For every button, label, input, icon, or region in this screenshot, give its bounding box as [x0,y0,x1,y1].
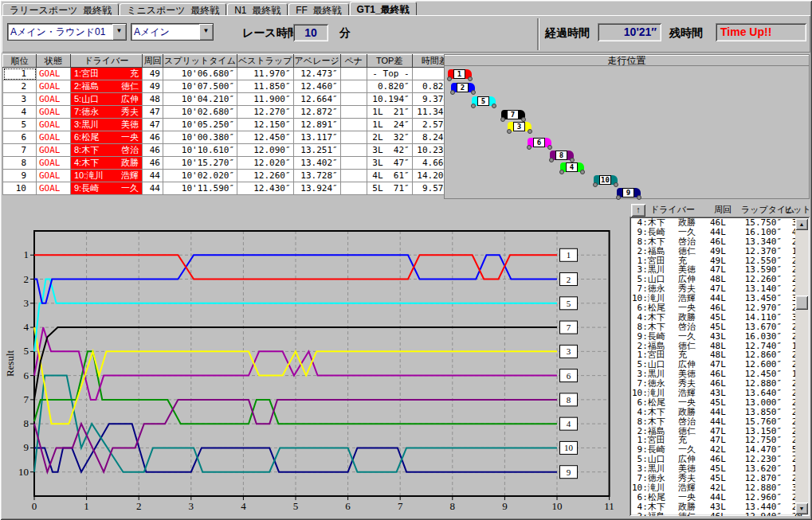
track-position-title: 走行位置 [445,55,809,66]
lap-row[interactable]: 6:松尾一央44L12.960″27 [632,493,810,502]
cell-position: 10 [3,182,37,195]
elapsed-field: 10'21″ [598,23,661,41]
cell-position: 2 [3,80,37,93]
remaining-field: Time Up!! [716,23,806,41]
cell-driver: 10:滝川浩輝 [71,170,143,182]
svg-text:7: 7 [398,500,403,512]
scroll-down-icon[interactable]: ▼ [795,502,808,514]
cell-best-lap: 12.430″ [237,182,294,195]
lap-row[interactable]: 9:長崎一久43L16.030″23 [632,332,810,342]
cell-driver: 5:山口広伸 [71,93,143,106]
cell-penalty [340,80,367,93]
svg-text:8: 8 [24,417,29,429]
cell-average: 12.460″ [293,80,340,93]
chevron-down-icon[interactable]: ▼ [199,24,213,40]
chevron-down-icon[interactable]: ▼ [112,24,126,40]
results-table: 順位状態ドライバー周回スプリットタイムベストラップアベレージペナTOP差時間差1… [2,54,457,195]
cell-position: 5 [3,119,37,131]
table-row[interactable]: 8GOAL4:木下政勝4610'15.270″12.020″13.402″3L … [3,157,457,170]
svg-text:11: 11 [604,500,614,512]
lap-list-header: ↑ ドライバー 周回 ラップタイム ヒット [630,202,810,216]
round-select[interactable]: Aメイン・ラウンド01 ▼ [8,24,126,40]
svg-text:2: 2 [24,273,29,285]
app-window: ラリースポーツ_最終戦ミニスポーツ_最終戦N1_最終戦FF_最終戦GT1_最終戦… [0,0,812,520]
cell-laps: 47 [143,106,163,119]
car-icon-3: 3 [508,122,532,134]
table-row[interactable]: 9GOAL10:滝川浩輝4410'02.020″12.260″13.728″4L… [3,170,457,182]
cell-average: 13.117″ [293,131,340,144]
cell-split-time: 10'15.270″ [163,157,237,170]
cell-top-gap: - Top - [367,68,412,80]
lap-row[interactable]: 8:木下啓治46L13.340″25 [632,237,810,247]
lap-list-scrollbar[interactable]: ▲ ▼ [795,218,808,514]
cell-best-lap: 12.450″ [237,131,294,144]
heat-select[interactable]: Aメイン ▼ [131,24,213,40]
svg-text:3: 3 [567,346,571,356]
svg-text:1: 1 [84,500,89,512]
svg-text:6: 6 [567,371,571,381]
cell-average: 13.924″ [293,182,340,195]
track-position-panel: 走行位置 12573684109 [444,54,810,199]
cell-position: 9 [3,170,37,182]
tab-FF_最終戦[interactable]: FF_最終戦 [288,3,348,15]
elapsed-label: 経過時間 [545,26,590,41]
lap-row[interactable]: 9:長崎一久44L16.100″41 [632,228,810,237]
svg-text:1: 1 [24,248,29,260]
table-row[interactable]: 10GOAL9:長崎一久4410'11.590″12.430″13.924″5L… [3,182,457,195]
table-row[interactable]: 1GOAL1:宮田充4910'06.680″11.970″12.473″- To… [3,68,457,80]
column-header-周回: 周回 [143,55,163,68]
table-row[interactable]: 7GOAL8:木下啓治4610'10.610″12.090″13.251″3L … [3,144,457,157]
cell-penalty [340,182,367,195]
svg-text:9: 9 [502,500,508,512]
lap-list-panel: ↑ ドライバー 周回 ラップタイム ヒット 4:木下政勝46L15.750″33… [630,201,810,518]
table-row[interactable]: 5GOAL3:黒川美徳4710'05.250″12.150″12.891″1L … [3,119,457,131]
tab-ラリースポーツ_最終戦[interactable]: ラリースポーツ_最終戦 [2,3,119,15]
lap-row[interactable]: 4:木下政勝43L13.440″27 [632,502,810,512]
car-icon-5: 5 [472,96,496,108]
cell-best-lap: 11.850″ [237,80,294,93]
tab-N1_最終戦[interactable]: N1_最終戦 [227,3,288,15]
cell-status: GOAL [37,131,71,144]
cell-split-time: 10'10.610″ [163,144,237,157]
cell-status: GOAL [37,80,71,93]
cell-top-gap: 10.194″ [367,93,412,106]
tab-ミニスポーツ_最終戦[interactable]: ミニスポーツ_最終戦 [120,3,226,15]
cell-best-lap: 12.090″ [237,144,294,157]
cell-best-lap: 12.020″ [237,157,294,170]
cell-driver: 7:徳永秀夫 [71,106,143,119]
svg-text:5: 5 [567,299,571,308]
table-row[interactable]: 3GOAL5:山口広伸4810'04.210″11.900″12.664″10.… [3,93,457,106]
sort-up-button[interactable]: ↑ [631,204,645,217]
tab-GT1_最終戦[interactable]: GT1_最終戦 [350,2,417,15]
lap-row[interactable]: 4:木下政勝44L13.850″27 [632,408,810,417]
cell-position: 8 [3,157,37,170]
svg-text:5: 5 [293,500,299,512]
cell-status: GOAL [37,106,71,119]
cell-position: 7 [3,144,37,157]
svg-text:7: 7 [24,393,29,405]
cell-laps: 46 [143,144,163,157]
lap-list[interactable]: 4:木下政勝46L15.750″33 9:長崎一久44L16.100″41 8:… [630,217,810,516]
scrollbar-thumb[interactable] [795,295,808,310]
lap-row[interactable]: 8:木下啓治45L13.670″26 [632,323,810,332]
cell-laps: 44 [143,170,163,182]
cell-average: 13.728″ [293,170,340,182]
cell-driver: 8:木下啓治 [71,144,143,157]
table-row[interactable]: 4GOAL7:徳永秀夫4710'02.680″12.270″12.872″1L … [3,106,457,119]
race-time-field: 10 [293,24,328,41]
cell-top-gap: 2L 32″ [367,131,412,144]
lap-row[interactable]: 4:木下政勝45L14.110″31 [632,313,810,323]
cell-average: 12.473″ [293,68,340,80]
scroll-up-icon[interactable]: ▲ [795,218,808,230]
column-header-状態: 状態 [37,55,71,68]
cell-status: GOAL [37,119,71,131]
lap-row[interactable]: 2:福島徳仁49L12.370″19 [632,247,810,256]
cell-split-time: 10'07.500″ [163,80,237,93]
lap-row[interactable]: 8:木下啓治44L15.760″25 [632,417,810,427]
cell-penalty [340,119,367,131]
table-row[interactable]: 6GOAL6:松尾一央4610'00.380″12.450″13.117″2L … [3,131,457,144]
cell-status: GOAL [37,68,71,80]
svg-text:1: 1 [567,250,571,260]
table-row[interactable]: 2GOAL2:福島徳仁4910'07.500″11.850″12.460″0.8… [3,80,457,93]
lap-row[interactable]: 2:福島徳仁46L12.940″20 [632,512,810,516]
